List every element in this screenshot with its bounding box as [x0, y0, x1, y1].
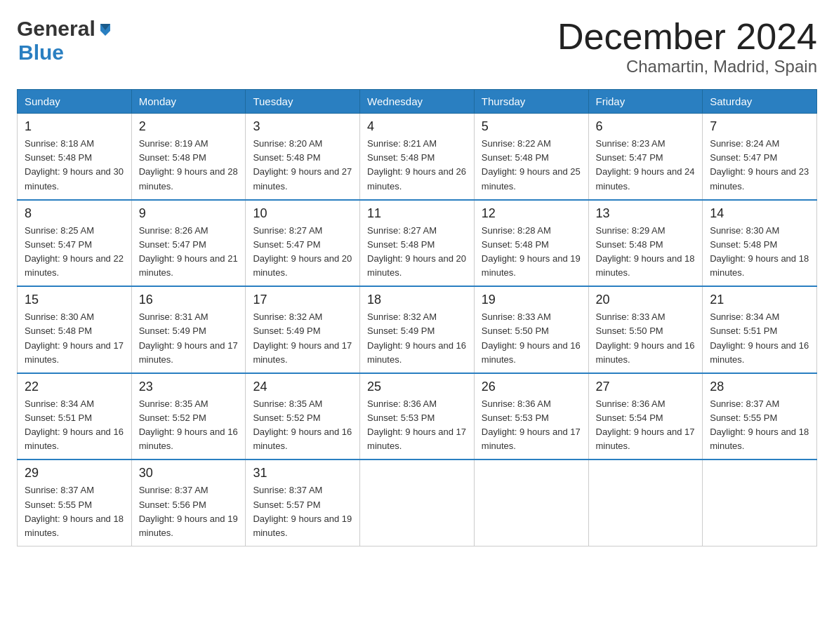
day-number: 2	[139, 119, 239, 134]
day-cell-10: 10Sunrise: 8:27 AMSunset: 5:47 PMDayligh…	[246, 200, 360, 287]
calendar-title: December 2024	[557, 17, 817, 57]
day-info: Sunrise: 8:19 AMSunset: 5:48 PMDaylight:…	[139, 137, 239, 194]
day-cell-18: 18Sunrise: 8:32 AMSunset: 5:49 PMDayligh…	[360, 286, 475, 373]
day-info: Sunrise: 8:34 AMSunset: 5:51 PMDaylight:…	[25, 397, 124, 454]
day-info: Sunrise: 8:35 AMSunset: 5:52 PMDaylight:…	[139, 397, 239, 454]
day-cell-14: 14Sunrise: 8:30 AMSunset: 5:48 PMDayligh…	[703, 200, 817, 287]
day-number: 3	[253, 119, 352, 134]
day-info: Sunrise: 8:28 AMSunset: 5:48 PMDaylight:…	[482, 224, 581, 281]
day-cell-15: 15Sunrise: 8:30 AMSunset: 5:48 PMDayligh…	[18, 286, 132, 373]
day-info: Sunrise: 8:26 AMSunset: 5:47 PMDaylight:…	[139, 224, 239, 281]
day-info: Sunrise: 8:36 AMSunset: 5:53 PMDaylight:…	[367, 397, 467, 454]
day-cell-13: 13Sunrise: 8:29 AMSunset: 5:48 PMDayligh…	[588, 200, 703, 287]
empty-cell	[703, 459, 817, 546]
day-info: Sunrise: 8:32 AMSunset: 5:49 PMDaylight:…	[253, 310, 352, 367]
day-number: 22	[25, 380, 124, 394]
day-info: Sunrise: 8:30 AMSunset: 5:48 PMDaylight:…	[710, 224, 809, 281]
week-row-3: 15Sunrise: 8:30 AMSunset: 5:48 PMDayligh…	[18, 286, 817, 373]
day-number: 20	[596, 293, 696, 307]
day-cell-16: 16Sunrise: 8:31 AMSunset: 5:49 PMDayligh…	[131, 286, 246, 373]
logo-arrow-icon	[98, 21, 113, 36]
day-cell-17: 17Sunrise: 8:32 AMSunset: 5:49 PMDayligh…	[246, 286, 360, 373]
day-cell-3: 3Sunrise: 8:20 AMSunset: 5:48 PMDaylight…	[246, 114, 360, 200]
day-number: 6	[596, 119, 696, 134]
day-info: Sunrise: 8:27 AMSunset: 5:47 PMDaylight:…	[253, 224, 352, 281]
day-number: 4	[367, 119, 467, 134]
day-cell-24: 24Sunrise: 8:35 AMSunset: 5:52 PMDayligh…	[246, 373, 360, 460]
day-number: 26	[482, 380, 581, 394]
day-number: 28	[710, 380, 809, 394]
day-number: 15	[25, 293, 124, 307]
day-number: 11	[367, 206, 467, 221]
day-cell-21: 21Sunrise: 8:34 AMSunset: 5:51 PMDayligh…	[703, 286, 817, 373]
day-info: Sunrise: 8:35 AMSunset: 5:52 PMDaylight:…	[253, 397, 352, 454]
day-number: 7	[710, 119, 809, 134]
weekday-header-friday: Friday	[588, 90, 703, 114]
day-cell-2: 2Sunrise: 8:19 AMSunset: 5:48 PMDaylight…	[131, 114, 246, 200]
day-cell-27: 27Sunrise: 8:36 AMSunset: 5:54 PMDayligh…	[588, 373, 703, 460]
day-info: Sunrise: 8:21 AMSunset: 5:48 PMDaylight:…	[367, 137, 467, 194]
day-number: 13	[596, 206, 696, 221]
day-number: 24	[253, 380, 352, 394]
title-area: December 2024 Chamartin, Madrid, Spain	[557, 17, 817, 76]
day-cell-9: 9Sunrise: 8:26 AMSunset: 5:47 PMDaylight…	[131, 200, 246, 287]
day-cell-1: 1Sunrise: 8:18 AMSunset: 5:48 PMDaylight…	[18, 114, 132, 200]
day-info: Sunrise: 8:37 AMSunset: 5:55 PMDaylight:…	[25, 483, 124, 540]
day-info: Sunrise: 8:34 AMSunset: 5:51 PMDaylight:…	[710, 310, 809, 367]
week-row-2: 8Sunrise: 8:25 AMSunset: 5:47 PMDaylight…	[18, 200, 817, 287]
day-number: 14	[710, 206, 809, 221]
day-info: Sunrise: 8:36 AMSunset: 5:54 PMDaylight:…	[596, 397, 696, 454]
day-number: 16	[139, 293, 239, 307]
day-number: 12	[482, 206, 581, 221]
day-info: Sunrise: 8:23 AMSunset: 5:47 PMDaylight:…	[596, 137, 696, 194]
day-info: Sunrise: 8:33 AMSunset: 5:50 PMDaylight:…	[596, 310, 696, 367]
logo-row1: General	[17, 17, 113, 41]
weekday-header-thursday: Thursday	[474, 90, 588, 114]
weekday-header-sunday: Sunday	[18, 90, 132, 114]
weekday-header-tuesday: Tuesday	[246, 90, 360, 114]
day-number: 8	[25, 206, 124, 221]
day-info: Sunrise: 8:37 AMSunset: 5:56 PMDaylight:…	[139, 483, 239, 540]
day-cell-11: 11Sunrise: 8:27 AMSunset: 5:48 PMDayligh…	[360, 200, 475, 287]
day-number: 31	[253, 466, 352, 481]
day-number: 19	[482, 293, 581, 307]
day-info: Sunrise: 8:37 AMSunset: 5:57 PMDaylight:…	[253, 483, 352, 540]
day-info: Sunrise: 8:22 AMSunset: 5:48 PMDaylight:…	[482, 137, 581, 194]
day-info: Sunrise: 8:36 AMSunset: 5:53 PMDaylight:…	[482, 397, 581, 454]
day-cell-4: 4Sunrise: 8:21 AMSunset: 5:48 PMDaylight…	[360, 114, 475, 200]
day-number: 27	[596, 380, 696, 394]
day-cell-19: 19Sunrise: 8:33 AMSunset: 5:50 PMDayligh…	[474, 286, 588, 373]
day-number: 10	[253, 206, 352, 221]
day-cell-28: 28Sunrise: 8:37 AMSunset: 5:55 PMDayligh…	[703, 373, 817, 460]
day-info: Sunrise: 8:37 AMSunset: 5:55 PMDaylight:…	[710, 397, 809, 454]
day-number: 1	[25, 119, 124, 134]
calendar-subtitle: Chamartin, Madrid, Spain	[557, 57, 817, 76]
day-number: 23	[139, 380, 239, 394]
day-cell-20: 20Sunrise: 8:33 AMSunset: 5:50 PMDayligh…	[588, 286, 703, 373]
day-cell-12: 12Sunrise: 8:28 AMSunset: 5:48 PMDayligh…	[474, 200, 588, 287]
weekday-header-row: SundayMondayTuesdayWednesdayThursdayFrid…	[18, 90, 817, 114]
week-row-4: 22Sunrise: 8:34 AMSunset: 5:51 PMDayligh…	[18, 373, 817, 460]
day-info: Sunrise: 8:27 AMSunset: 5:48 PMDaylight:…	[367, 224, 467, 281]
day-number: 18	[367, 293, 467, 307]
page-header: General Blue December 2024 Chamartin, Ma…	[17, 17, 817, 76]
day-info: Sunrise: 8:32 AMSunset: 5:49 PMDaylight:…	[367, 310, 467, 367]
day-number: 25	[367, 380, 467, 394]
day-cell-6: 6Sunrise: 8:23 AMSunset: 5:47 PMDaylight…	[588, 114, 703, 200]
day-number: 9	[139, 206, 239, 221]
empty-cell	[474, 459, 588, 546]
day-info: Sunrise: 8:25 AMSunset: 5:47 PMDaylight:…	[25, 224, 124, 281]
day-number: 30	[139, 466, 239, 481]
day-cell-29: 29Sunrise: 8:37 AMSunset: 5:55 PMDayligh…	[18, 459, 132, 546]
day-number: 21	[710, 293, 809, 307]
logo-blue-text: Blue	[17, 41, 113, 65]
weekday-header-wednesday: Wednesday	[360, 90, 475, 114]
day-cell-23: 23Sunrise: 8:35 AMSunset: 5:52 PMDayligh…	[131, 373, 246, 460]
day-cell-22: 22Sunrise: 8:34 AMSunset: 5:51 PMDayligh…	[18, 373, 132, 460]
day-info: Sunrise: 8:24 AMSunset: 5:47 PMDaylight:…	[710, 137, 809, 194]
weekday-header-monday: Monday	[131, 90, 246, 114]
day-info: Sunrise: 8:31 AMSunset: 5:49 PMDaylight:…	[139, 310, 239, 367]
empty-cell	[360, 459, 475, 546]
day-cell-31: 31Sunrise: 8:37 AMSunset: 5:57 PMDayligh…	[246, 459, 360, 546]
empty-cell	[588, 459, 703, 546]
